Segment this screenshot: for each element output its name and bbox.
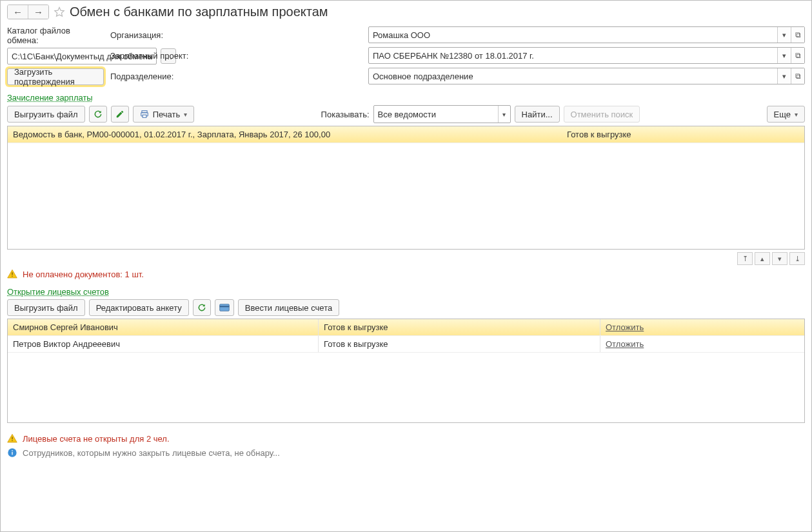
row-doc-text: Ведомость в банк, РМ00-000001, 01.02.201… xyxy=(8,126,562,143)
org-input[interactable]: Ромашка ООО ▾ ⧉ xyxy=(368,26,805,43)
employee-status-cell: Готов к выгрузке xyxy=(319,336,600,352)
print-label: Печать xyxy=(153,110,181,119)
open-accounts-link[interactable]: Открытие лицевых счетов xyxy=(7,287,109,297)
filter-form: Организация: Ромашка ООО ▾ ⧉ Каталог фай… xyxy=(7,26,805,85)
employee-status-cell: Готов к выгрузке xyxy=(319,319,600,335)
warning-icon xyxy=(7,433,17,444)
nav-last-icon[interactable]: ⤓ xyxy=(789,252,805,265)
accounts-warning-text: Лицевые счета не открыты для 2 чел. xyxy=(23,434,170,444)
table-nav-controls: ⤒ ▴ ▾ ⤓ xyxy=(7,252,805,265)
export-file-button-1[interactable]: Выгрузить файл xyxy=(7,106,85,123)
org-dropdown-button[interactable]: ▾ xyxy=(777,27,791,43)
accounts-warning-row: Лицевые счета не открыты для 2 чел. xyxy=(7,433,805,444)
svg-rect-11 xyxy=(12,450,12,451)
info-text: Сотрудников, которым нужно закрыть лицев… xyxy=(23,448,280,458)
svg-rect-6 xyxy=(219,306,229,307)
dept-value: Основное подразделение xyxy=(369,68,777,84)
org-open-button[interactable]: ⧉ xyxy=(791,27,804,43)
enter-accounts-label: Ввести лицевые счета xyxy=(245,303,332,313)
show-value: Все ведомости xyxy=(374,106,498,123)
header-bar: ← → Обмен с банками по зарплатным проект… xyxy=(7,5,805,19)
enter-accounts-button[interactable]: Ввести лицевые счета xyxy=(238,299,339,316)
card-button[interactable] xyxy=(215,299,234,316)
dept-input[interactable]: Основное подразделение ▾ ⧉ xyxy=(368,68,805,84)
catalog-label: Каталог файлов обмена: xyxy=(7,26,104,45)
payroll-table: Ведомость в банк, РМ00-000001, 01.02.201… xyxy=(7,126,805,250)
postpone-link[interactable]: Отложить xyxy=(606,322,644,332)
payroll-table-body[interactable]: Ведомость в банк, РМ00-000001, 01.02.201… xyxy=(8,126,804,249)
project-dropdown-button[interactable]: ▾ xyxy=(777,48,791,63)
warning-icon xyxy=(7,269,17,279)
project-open-button[interactable]: ⧉ xyxy=(791,48,804,63)
dept-open-button[interactable]: ⧉ xyxy=(791,68,804,84)
svg-rect-5 xyxy=(219,304,229,311)
more-caret-icon: ▾ xyxy=(795,111,798,118)
employee-name-cell: Петров Виктор Андрееевич xyxy=(8,336,319,352)
more-label-1: Еще xyxy=(774,110,791,119)
section2-toolbar: Выгрузить файл Редактировать анкету Ввес… xyxy=(7,299,805,316)
load-confirmations-button[interactable]: Загрузить подтверждения xyxy=(7,68,104,85)
info-icon xyxy=(7,448,17,458)
dept-label: Подразделение: xyxy=(110,72,362,81)
nav-back-button[interactable]: ← xyxy=(8,5,28,19)
edit-questionnaire-label: Редактировать анкету xyxy=(96,303,182,313)
project-value: ПАО СБЕРБАНК №12380 от 18.01.2017 г. xyxy=(369,48,777,63)
print-caret-icon: ▾ xyxy=(184,111,187,118)
table-row[interactable]: Смирнов Сергей Иванович Готов к выгрузке… xyxy=(8,319,804,336)
print-button[interactable]: Печать ▾ xyxy=(133,106,195,123)
section1-toolbar: Выгрузить файл Печать ▾ Показывать: Все … xyxy=(7,105,805,123)
svg-rect-1 xyxy=(141,113,148,116)
salary-enroll-link[interactable]: Зачисление зарплаты xyxy=(7,93,93,103)
more-button-1[interactable]: Еще ▾ xyxy=(767,106,805,123)
svg-rect-4 xyxy=(12,276,12,277)
svg-rect-3 xyxy=(12,272,12,275)
edit-button-1[interactable] xyxy=(111,106,129,123)
refresh-button-2[interactable] xyxy=(193,299,211,316)
page-title: Обмен с банками по зарплатным проектам xyxy=(70,5,328,19)
employee-name-cell: Смирнов Сергей Иванович xyxy=(8,319,319,335)
refresh-button-1[interactable] xyxy=(89,106,107,123)
info-row: Сотрудников, которым нужно закрыть лицев… xyxy=(7,448,805,458)
accounts-table: Смирнов Сергей Иванович Готов к выгрузке… xyxy=(7,319,805,423)
nav-up-icon[interactable]: ▴ xyxy=(755,252,770,265)
table-row[interactable]: Петров Виктор Андрееевич Готов к выгрузк… xyxy=(8,336,804,353)
svg-rect-0 xyxy=(142,111,147,113)
row-status-text: Готов к выгрузке xyxy=(562,126,804,143)
show-label: Показывать: xyxy=(321,110,370,119)
export-file-button-2[interactable]: Выгрузить файл xyxy=(7,299,85,316)
svg-rect-2 xyxy=(143,115,146,117)
favorite-star-icon[interactable] xyxy=(53,6,66,19)
find-button[interactable]: Найти... xyxy=(515,106,560,123)
svg-rect-7 xyxy=(12,437,12,439)
project-input[interactable]: ПАО СБЕРБАНК №12380 от 18.01.2017 г. ▾ ⧉ xyxy=(368,47,805,64)
org-label: Организация: xyxy=(110,30,362,40)
accounts-table-body[interactable]: Смирнов Сергей Иванович Готов к выгрузке… xyxy=(8,319,804,422)
nav-first-icon[interactable]: ⤒ xyxy=(737,252,753,265)
nav-buttons: ← → xyxy=(7,5,49,19)
export-file-label-1: Выгрузить файл xyxy=(14,110,78,119)
nav-down-icon[interactable]: ▾ xyxy=(772,252,787,265)
svg-rect-10 xyxy=(12,452,12,455)
load-confirmations-label: Загрузить подтверждения xyxy=(14,67,97,86)
org-value: Ромашка ООО xyxy=(369,27,777,43)
unpaid-warning-text: Не оплачено документов: 1 шт. xyxy=(23,270,144,279)
edit-questionnaire-button[interactable]: Редактировать анкету xyxy=(89,299,189,316)
cancel-find-label: Отменить поиск xyxy=(571,110,633,119)
find-label: Найти... xyxy=(522,110,553,119)
show-caret-icon[interactable]: ▾ xyxy=(498,106,510,123)
postpone-link[interactable]: Отложить xyxy=(606,339,644,349)
cancel-find-button: Отменить поиск xyxy=(564,106,640,123)
project-label: Зарплатный проект: xyxy=(110,51,362,61)
unpaid-warning-row: Не оплачено документов: 1 шт. xyxy=(7,269,805,279)
table-row[interactable]: Ведомость в банк, РМ00-000001, 01.02.201… xyxy=(8,126,804,143)
main-window: ← → Обмен с банками по зарплатным проект… xyxy=(0,0,812,532)
right-column: Каталог файлов обмена: C:\1C\Банк\Докуме… xyxy=(7,26,104,85)
show-select[interactable]: Все ведомости ▾ xyxy=(373,105,511,123)
svg-point-9 xyxy=(8,448,16,457)
svg-rect-8 xyxy=(12,440,12,441)
nav-forward-button[interactable]: → xyxy=(28,5,48,19)
dept-dropdown-button[interactable]: ▾ xyxy=(777,68,791,84)
export-file-label-2: Выгрузить файл xyxy=(14,303,78,313)
